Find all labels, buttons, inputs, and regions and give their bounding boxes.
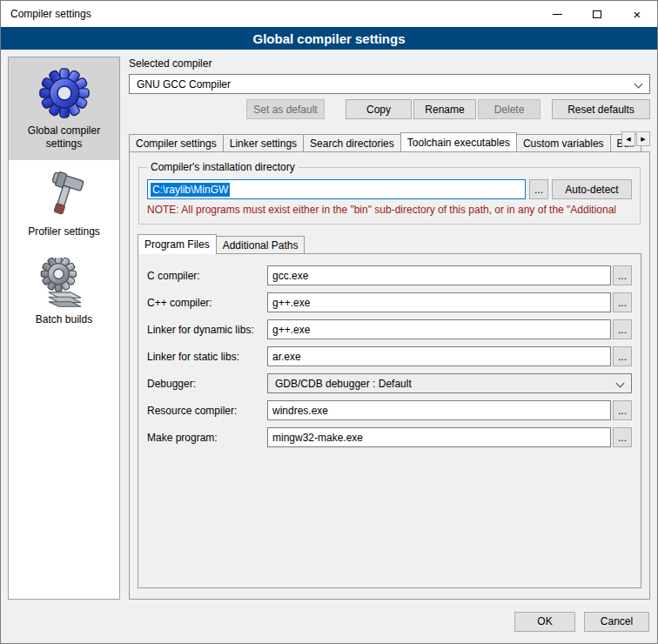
program-files-panel: C compiler: ... C++ compiler: ... Linker… — [138, 253, 641, 588]
installation-directory-group: Compiler's installation directory C:\ray… — [138, 161, 641, 225]
close-button[interactable]: × — [617, 1, 657, 27]
cpp-compiler-browse-button[interactable]: ... — [613, 292, 632, 312]
tabstrip: Compiler settings Linker settings Search… — [129, 131, 650, 151]
selected-compiler-combo[interactable]: GNU GCC Compiler — [129, 74, 650, 94]
installation-directory-input[interactable]: C:\raylib\MinGW — [147, 179, 526, 199]
dynamic-linker-row: Linker for dynamic libs: ... — [147, 319, 632, 339]
set-as-default-button: Set as default — [246, 99, 325, 119]
make-program-row: Make program: ... — [147, 427, 632, 447]
bin-subdirectory-note: NOTE: All programs must exist either in … — [147, 204, 632, 216]
tab-scroll-buttons: ◀ ▶ — [621, 131, 650, 146]
minimize-button[interactable] — [537, 1, 577, 27]
resource-compiler-label: Resource compiler: — [147, 405, 267, 417]
tab-search-directories[interactable]: Search directories — [303, 134, 401, 151]
resource-compiler-input[interactable] — [267, 400, 611, 420]
compiler-settings-window: Compiler settings × Global compiler sett… — [0, 0, 658, 644]
ok-button[interactable]: OK — [514, 612, 575, 632]
make-program-input[interactable] — [267, 427, 611, 447]
copy-button[interactable]: Copy — [346, 99, 412, 119]
reset-defaults-button[interactable]: Reset defaults — [552, 99, 650, 119]
chevron-down-icon — [616, 379, 625, 388]
make-program-browse-button[interactable]: ... — [613, 427, 632, 447]
auto-detect-button[interactable]: Auto-detect — [552, 179, 632, 199]
toolchain-executables-panel: Compiler's installation directory C:\ray… — [129, 151, 650, 600]
close-icon: × — [634, 8, 641, 21]
profiler-tool-icon — [39, 170, 90, 220]
cpp-compiler-row: C++ compiler: ... — [147, 292, 632, 312]
cpp-compiler-input[interactable] — [267, 292, 611, 312]
tab-linker-settings[interactable]: Linker settings — [223, 134, 304, 151]
delete-button: Delete — [478, 99, 540, 119]
dialog-body: Global compiler settings Profiler settin… — [1, 50, 657, 607]
tab-toolchain-executables[interactable]: Toolchain executables — [400, 132, 517, 151]
tab-program-files[interactable]: Program Files — [138, 234, 217, 254]
rename-button[interactable]: Rename — [413, 99, 476, 119]
titlebar: Compiler settings × — [1, 1, 657, 27]
cancel-button[interactable]: Cancel — [584, 612, 649, 632]
cpp-compiler-label: C++ compiler: — [147, 297, 267, 309]
main-panel: Selected compiler GNU GCC Compiler Set a… — [129, 57, 650, 600]
tab-scroll-right-button[interactable]: ▶ — [636, 131, 650, 146]
sidebar: Global compiler settings Profiler settin… — [8, 57, 120, 600]
installation-directory-value: C:\raylib\MinGW — [151, 183, 230, 197]
compiler-buttons-row: Set as default Copy Rename Delete Reset … — [129, 99, 650, 119]
debugger-row: Debugger: GDB/CDB debugger : Default — [147, 373, 632, 393]
installation-directory-title: Compiler's installation directory — [147, 161, 299, 173]
maximize-icon — [593, 10, 601, 18]
minimize-icon — [553, 14, 562, 15]
arrow-left-icon: ◀ — [626, 136, 630, 143]
window-title: Compiler settings — [1, 8, 91, 20]
installation-directory-row: C:\raylib\MinGW ... Auto-detect — [147, 179, 632, 199]
static-linker-label: Linker for static libs: — [147, 351, 267, 363]
c-compiler-input[interactable] — [267, 265, 611, 285]
debugger-select[interactable]: GDB/CDB debugger : Default — [267, 373, 632, 393]
c-compiler-label: C compiler: — [147, 270, 267, 282]
static-linker-input[interactable] — [267, 346, 611, 366]
debugger-value: GDB/CDB debugger : Default — [275, 378, 412, 390]
dialog-footer: OK Cancel — [1, 607, 657, 643]
resource-compiler-row: Resource compiler: ... — [147, 400, 632, 420]
installation-directory-browse-button[interactable]: ... — [529, 179, 548, 199]
program-files-tabstrip: Program Files Additional Paths — [138, 233, 641, 253]
tab-compiler-settings[interactable]: Compiler settings — [129, 134, 224, 151]
resource-compiler-browse-button[interactable]: ... — [613, 400, 632, 420]
static-linker-row: Linker for static libs: ... — [147, 346, 632, 366]
sidebar-item-label: Batch builds — [36, 313, 92, 326]
titlebar-buttons: × — [537, 1, 657, 27]
tab-custom-variables[interactable]: Custom variables — [516, 134, 611, 151]
sidebar-item-global-compiler-settings[interactable]: Global compiler settings — [9, 57, 119, 160]
gray-gear-stack-icon — [39, 258, 90, 308]
c-compiler-browse-button[interactable]: ... — [613, 265, 632, 285]
dynamic-linker-label: Linker for dynamic libs: — [147, 324, 267, 336]
static-linker-browse-button[interactable]: ... — [613, 346, 632, 366]
dynamic-linker-browse-button[interactable]: ... — [613, 319, 632, 339]
make-program-label: Make program: — [147, 432, 267, 444]
maximize-button[interactable] — [577, 1, 617, 27]
sidebar-item-profiler-settings[interactable]: Profiler settings — [9, 160, 119, 248]
sidebar-item-label: Profiler settings — [28, 225, 100, 238]
dynamic-linker-input[interactable] — [267, 319, 611, 339]
debugger-label: Debugger: — [147, 378, 267, 390]
tab-additional-paths[interactable]: Additional Paths — [216, 236, 306, 253]
dialog-header: Global compiler settings — [1, 27, 657, 50]
sidebar-item-batch-builds[interactable]: Batch builds — [9, 248, 119, 336]
blue-gear-icon — [38, 67, 91, 119]
chevron-down-icon — [634, 80, 643, 89]
tab-scroll-left-button[interactable]: ◀ — [621, 131, 635, 146]
selected-compiler-label: Selected compiler — [129, 57, 650, 70]
selected-compiler-value: GNU GCC Compiler — [137, 78, 231, 91]
arrow-right-icon: ▶ — [641, 136, 645, 143]
c-compiler-row: C compiler: ... — [147, 265, 632, 285]
sidebar-item-label: Global compiler settings — [13, 124, 115, 151]
